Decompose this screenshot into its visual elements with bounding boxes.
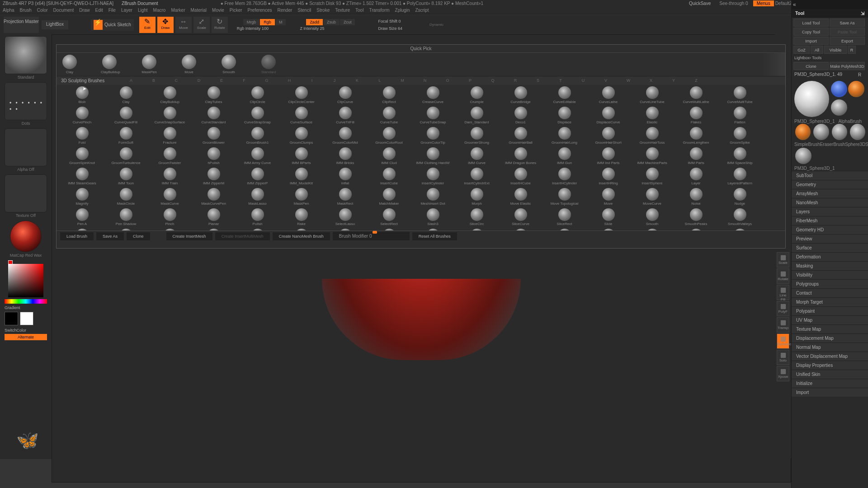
brush-layer[interactable]: Layer: [674, 167, 718, 188]
brush-slicecirc[interactable]: SliceCirc: [455, 208, 499, 228]
menu-color[interactable]: Color: [37, 8, 48, 13]
tool-thumb-pm3d[interactable]: [795, 148, 811, 164]
focal-shift-slider[interactable]: Focal Shift 0: [378, 19, 402, 23]
stroke-slot[interactable]: [5, 82, 47, 120]
brush-curvebridge[interactable]: CurveBridge: [499, 86, 542, 106]
quickpick-claybuildup[interactable]: ClayBuildup: [101, 55, 118, 74]
copy-tool-button[interactable]: Copy Tool: [793, 28, 829, 36]
brush-smoothvalleys[interactable]: SmoothValleys: [718, 208, 762, 228]
brush-trimcurve[interactable]: TrimCurve: [586, 228, 630, 230]
draw-size-slider[interactable]: Draw Size 64: [378, 26, 402, 31]
section-fibermesh[interactable]: FiberMesh: [792, 216, 868, 225]
brush-layeredpattern[interactable]: LayeredPattern: [718, 167, 762, 188]
rgb-intensity-slider[interactable]: Rgb Intensity 100: [237, 26, 287, 31]
letter-filter-d[interactable]: D: [188, 78, 210, 83]
letter-filter-f[interactable]: F: [233, 78, 255, 83]
brush-groomcolormid[interactable]: GroomColorMid: [323, 127, 367, 147]
color-picker[interactable]: [5, 260, 47, 301]
brush-clay[interactable]: Clay: [104, 86, 148, 106]
section-unified-skin[interactable]: Unified Skin: [792, 370, 868, 379]
current-tool-thumb[interactable]: [794, 81, 829, 117]
section-nanomesh[interactable]: NanoMesh: [792, 198, 868, 207]
section-initialize[interactable]: Initialize: [792, 379, 868, 388]
menu-alpha[interactable]: Alpha: [3, 8, 14, 13]
material-slot[interactable]: [10, 221, 42, 252]
brush-transposesmartmask[interactable]: TransposeSmartMask: [455, 228, 499, 230]
letter-filter-h[interactable]: H: [278, 78, 301, 83]
menu-texture[interactable]: Texture: [335, 8, 350, 13]
brush-groomturbulence[interactable]: GroomTurbulence: [104, 147, 148, 167]
brush-smoothpeaks[interactable]: SmoothPeaks: [674, 208, 718, 228]
quickpick-smooth[interactable]: Smooth: [220, 55, 237, 74]
brush-groomhairshort[interactable]: GroomHairShort: [586, 127, 630, 147]
letter-filter-i[interactable]: I: [301, 78, 323, 83]
brush-standard[interactable]: Standard: [279, 228, 323, 230]
tool-thumb-simple2[interactable]: [795, 124, 811, 140]
brush-trimlasso[interactable]: TrimLasso: [674, 228, 718, 230]
brush-movecurve[interactable]: MoveCurve: [630, 188, 674, 208]
letter-filter-m[interactable]: M: [391, 78, 414, 83]
brush-dam-standard[interactable]: Dam_Standard: [455, 106, 499, 127]
brush-groomerstrong[interactable]: GroomerStrong: [455, 127, 499, 147]
menu-macro[interactable]: Macro: [153, 8, 166, 13]
section-morph-target[interactable]: Morph Target: [792, 297, 868, 306]
brush-maskcurvepen[interactable]: MaskCurvePen: [192, 188, 236, 208]
brush-imm-dragon-bones[interactable]: IMM Dragon Bones: [499, 147, 542, 167]
brush-magnify[interactable]: Magnify: [60, 188, 104, 208]
menu-layer[interactable]: Layer: [121, 8, 132, 13]
brush-claytubes[interactable]: ClayTubes: [192, 86, 236, 106]
brush-imm-army-curve[interactable]: IMM Army Curve: [236, 147, 279, 167]
load-brush-button[interactable]: Load Brush: [60, 232, 94, 240]
brush-curvemultilathe[interactable]: CurveMultiLathe: [674, 86, 718, 106]
letter-filter-g[interactable]: G: [255, 78, 278, 83]
brush-slot[interactable]: [5, 36, 47, 74]
save-brush-button[interactable]: Save As: [96, 232, 124, 240]
collapse-left-icon[interactable]: «: [793, 1, 796, 8]
menus-button[interactable]: Menus: [753, 0, 774, 6]
section-texture-map[interactable]: Texture Map: [792, 324, 868, 333]
brush-imm-train[interactable]: IMM Train: [148, 167, 192, 188]
letter-filter-v[interactable]: V: [594, 78, 617, 83]
brush-imm-zipperp[interactable]: IMM ZipperP: [236, 167, 279, 188]
section-layers[interactable]: Layers: [792, 207, 868, 216]
letter-filter-j[interactable]: J: [323, 78, 346, 83]
letter-filter-r[interactable]: R: [504, 78, 527, 83]
section-subtool[interactable]: SubTool: [792, 171, 868, 180]
brush-modifier-slider[interactable]: Brush Modifier 0: [333, 232, 410, 240]
brush-groomspike[interactable]: GroomSpike: [718, 127, 762, 147]
brush-pen-a[interactable]: Pen A: [60, 208, 104, 228]
letter-filter-n[interactable]: N: [414, 78, 436, 83]
z-intensity-slider[interactable]: Z Intensity 25: [300, 26, 355, 31]
brush-imm-bricks[interactable]: IMM Bricks: [323, 147, 367, 167]
shelf-xpose[interactable]: ▦Xpose: [777, 366, 789, 381]
brush-curveeditable[interactable]: CurveEditable: [542, 86, 586, 106]
quickpick-maskpen[interactable]: MaskPen: [141, 55, 158, 74]
brush-selectlasso[interactable]: SelectLasso: [323, 208, 367, 228]
alpha-slot[interactable]: [5, 128, 47, 166]
menu-transform[interactable]: Transform: [369, 8, 389, 13]
menu-zscript[interactable]: Zscript: [415, 8, 429, 13]
brush-trimcircle[interactable]: TrimCircle: [542, 228, 586, 230]
menu-tool[interactable]: Tool: [355, 8, 363, 13]
brush-slicecurve[interactable]: SliceCurve: [499, 208, 542, 228]
create-insertmesh-button[interactable]: Create InsertMesh: [166, 232, 212, 240]
current-tool-name[interactable]: PM3D_Sphere3D_1. 49: [794, 72, 858, 78]
tool-thumb-eraser2[interactable]: [813, 124, 829, 140]
mrgb-button[interactable]: Mrgb: [243, 19, 260, 25]
section-vector-displacement-map[interactable]: Vector Displacement Map: [792, 352, 868, 361]
brush-imm-machineparts[interactable]: IMM MachineParts: [630, 147, 674, 167]
brush-imm-curve[interactable]: IMM Curve: [455, 147, 499, 167]
brush-curvemultitube[interactable]: CurveMultiTube: [718, 86, 762, 106]
letter-filter-q[interactable]: Q: [481, 78, 504, 83]
lightbox-tools-link[interactable]: Lightbox› Tools: [792, 55, 868, 61]
rgb-button[interactable]: Rgb: [260, 19, 275, 25]
dynamic-toggle[interactable]: Dynamic: [429, 23, 443, 27]
brush-claybuildup[interactable]: ClayBuildup: [148, 86, 192, 106]
brush-curvelathe[interactable]: CurveLathe: [586, 86, 630, 106]
brush-curvestrapsnap[interactable]: CurveStrapSnap: [236, 106, 279, 127]
letter-filter-y[interactable]: Y: [662, 78, 685, 83]
brush-smooth[interactable]: Smooth: [630, 208, 674, 228]
section-surface[interactable]: Surface: [792, 243, 868, 252]
brush-groomspinknot[interactable]: GroomSpinKnot: [60, 147, 104, 167]
brush-inserthcube[interactable]: InsertHCube: [499, 167, 542, 188]
